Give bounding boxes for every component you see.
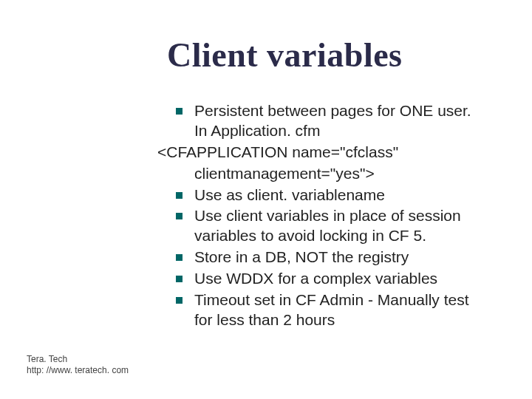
square-bullet-icon [176, 108, 183, 115]
square-bullet-icon [176, 192, 183, 199]
code-line: clientmanagement="yes"> [194, 164, 488, 184]
footer: Tera. Tech http: //www. teratech. com [27, 354, 129, 377]
bullet-item: Use as client. variablename [176, 185, 488, 205]
square-bullet-icon [176, 254, 183, 261]
bullet-text: Use as client. variablename [194, 185, 488, 205]
bullet-item: Timeout set in CF Admin - Manually test … [176, 290, 488, 330]
slide-body: Persistent between pages for ONE user. I… [176, 101, 488, 330]
bullet-text: Use WDDX for a complex variables [194, 269, 488, 289]
square-bullet-icon [176, 297, 183, 304]
bullet-item: Use client variables in place of session… [176, 206, 488, 246]
code-line: <CFAPPLICATION name="cfclass" [157, 143, 488, 163]
bullet-text: Use client variables in place of session… [194, 206, 488, 246]
bullet-text: Timeout set in CF Admin - Manually test … [194, 290, 488, 330]
slide: Client variables Persistent between page… [0, 0, 532, 399]
slide-title: Client variables [167, 35, 502, 75]
bullet-item: Store in a DB, NOT the registry [176, 248, 488, 267]
square-bullet-icon [176, 276, 183, 282]
bullet-item: Persistent between pages for ONE user. I… [176, 101, 488, 141]
bullet-text: Persistent between pages for ONE user. I… [194, 101, 488, 141]
footer-url: http: //www. teratech. com [27, 365, 129, 377]
square-bullet-icon [176, 213, 183, 219]
bullet-item: Use WDDX for a complex variables [176, 269, 488, 289]
footer-company: Tera. Tech [27, 354, 129, 366]
bullet-text: Store in a DB, NOT the registry [194, 248, 488, 267]
